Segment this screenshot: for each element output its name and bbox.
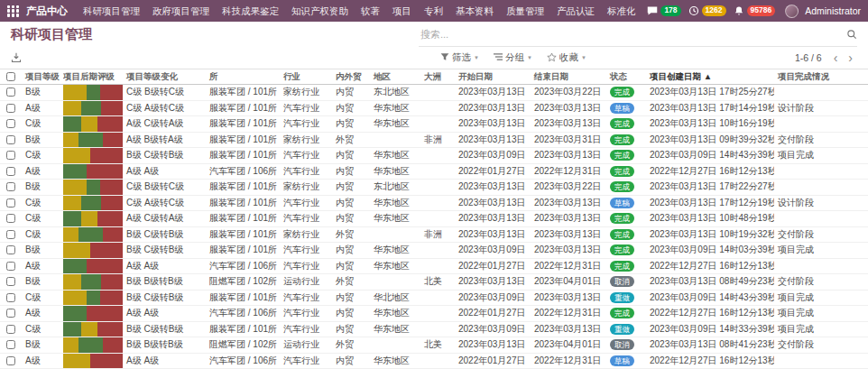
bell-icon[interactable] [734,5,744,16]
topbar-menu-item[interactable]: 政府项目管理 [146,0,216,22]
column-header[interactable]: 项目等级 [22,71,63,83]
table-row[interactable]: C级C级 A级转C级服装军团 / 101所汽车行业内贸华东地区2023年03月1… [0,196,868,212]
cell-region: 华东地区 [370,148,420,163]
search-input[interactable] [419,28,841,41]
column-header[interactable]: 结束日期 [531,71,606,83]
cell-extra [837,101,868,116]
cell-select [0,148,22,163]
avatar[interactable] [785,5,799,18]
table-row[interactable]: C级A级 C级转A级服装军团 / 101所汽车行业内贸华东地区2023年03月1… [0,116,868,133]
table-row[interactable]: A级A级 A级汽车军团 / 106所汽车行业内贸华东地区2022年01月27日2… [0,164,868,180]
topbar-menu-item[interactable]: 科研项目管理 [77,0,146,22]
cell-created-date: 2023年03月09日 14时43分39秒 [646,148,774,163]
table-row[interactable]: B级B级 B级转B级阻燃军团 / 102所运动行业外贸北美2023年03月13日… [0,274,868,291]
column-header[interactable]: 地区 [370,71,420,83]
star-icon [547,52,557,64]
cell-start-date: 2022年01月27日 [455,306,531,321]
topbar-menu-item[interactable]: 项目 [386,0,418,22]
cell-select [0,306,22,321]
apps-grid-icon[interactable] [7,5,19,17]
brand-title[interactable]: 产品中心 [26,5,68,18]
filter-button[interactable]: 筛选 ▼ [440,51,479,64]
table-row[interactable]: A级A级 A级汽车军团 / 106所汽车行业内贸华东地区2022年01月27日2… [0,306,868,322]
table-row[interactable]: A级A级 A级汽车军团 / 106所汽车行业内贸华东地区2022年01月27日2… [0,354,868,369]
topbar-menu-item[interactable]: 科技成果鉴定 [216,0,285,22]
cell-institute: 阻燃军团 / 102所 [206,274,280,290]
table-row[interactable]: C级B级 C级转B级服装军团 / 101所汽车行业内贸华东地区2023年03月0… [0,322,868,338]
column-header[interactable]: 状态 [606,71,646,83]
table-row[interactable]: B级C级 B级转C级服装军团 / 101所家纺行业内贸东北地区2023年03月1… [0,85,868,101]
topbar-menu-item[interactable]: 产品认证 [550,0,601,22]
row-checkbox[interactable] [6,356,15,365]
row-checkbox[interactable] [6,325,15,334]
chat-icon[interactable] [647,5,658,16]
pager-previous-button[interactable]: ‹ [829,51,843,64]
column-header[interactable]: 开始日期 [455,71,531,83]
chat-count-badge[interactable]: 178 [660,5,680,15]
cell-select [0,274,22,290]
row-checkbox[interactable] [6,245,15,254]
column-header[interactable]: 项目等级变化 [123,71,206,83]
column-header[interactable]: 大洲 [420,71,455,83]
cell-end-date: 2022年12月31日 [531,354,606,369]
column-header[interactable]: 内外贸 [332,71,370,83]
select-all-checkbox[interactable] [6,72,15,81]
row-checkbox[interactable] [6,167,15,176]
column-header[interactable]: 项目创建日期 ▲ [646,71,774,83]
cell-created-date: 2023年03月13日 08时41分23秒 [646,337,774,353]
rating-bar [63,243,123,258]
cell-status: 完成 [606,211,646,226]
cell-status: 取消 [606,337,646,353]
column-header[interactable]: 项目完成情况 [774,71,837,83]
row-checkbox[interactable] [6,277,15,286]
topbar-menu-item[interactable]: 专利 [418,0,449,22]
message-count-badge[interactable]: 95786 [747,5,776,15]
row-checkbox[interactable] [6,309,15,318]
row-checkbox[interactable] [6,88,15,97]
activity-count-badge[interactable]: 1262 [702,5,726,15]
favorites-button[interactable]: 收藏 ▼ [547,51,586,64]
column-header[interactable]: 行业 [280,71,332,83]
row-checkbox[interactable] [6,230,15,239]
cell-status: 完成 [606,133,646,148]
clock-icon[interactable] [688,5,699,16]
table-row[interactable]: C级B级 C级转B级服装军团 / 101所汽车行业内贸华东地区2023年03月0… [0,148,868,164]
topbar-menu-item[interactable]: 基本资料 [449,0,500,22]
topbar-menu-item[interactable]: 标准化 [601,0,642,22]
table-row[interactable]: A级C级 A级转C级服装军团 / 101所汽车行业内贸华东地区2023年03月1… [0,101,868,117]
row-checkbox[interactable] [6,104,15,113]
table-row[interactable]: A级A级 A级汽车军团 / 106所汽车行业内贸华东地区2022年01月27日2… [0,259,868,275]
table-row[interactable]: B级A级 B级转A级服装军团 / 101所家纺行业外贸非洲2023年03月13日… [0,133,868,149]
topbar-menu-item[interactable]: 软著 [355,0,386,22]
pager-next-button[interactable]: › [844,51,857,64]
cell-trade-type: 外贸 [332,227,370,243]
cell-extra [837,291,868,306]
topbar-menu-item[interactable]: 质量管理 [500,0,550,22]
table-row[interactable]: C级A级 C级转A级服装军团 / 101所汽车行业内贸华东地区2023年03月1… [0,211,868,227]
row-checkbox[interactable] [6,293,15,302]
row-checkbox[interactable] [6,214,15,223]
cell-project-level: A级 [22,259,63,274]
row-checkbox[interactable] [6,262,15,271]
cell-continent [420,164,455,180]
row-checkbox[interactable] [6,340,15,349]
row-checkbox[interactable] [6,182,15,191]
search-icon[interactable] [841,29,857,40]
column-header[interactable]: 所 [206,71,280,83]
table-row[interactable]: B级B级 C级转B级服装军团 / 101所汽车行业内贸华东地区2023年03月0… [0,243,868,259]
column-header[interactable]: 项目后期评级 [63,71,123,83]
caret-down-icon: ▼ [581,55,586,60]
group-by-button[interactable]: 分组 ▼ [494,51,532,64]
cell-extra [837,322,868,337]
table-row[interactable]: C级B级 C级转B级服装军团 / 101所家纺行业外贸非洲2023年03月13日… [0,227,868,244]
table-row[interactable]: C级B级 C级转B级服装军团 / 101所汽车行业内贸华北地区2023年03月0… [0,291,868,307]
export-icon[interactable] [11,52,22,63]
row-checkbox[interactable] [6,151,15,160]
topbar-menu-item[interactable]: 知识产权资助 [285,0,355,22]
row-checkbox[interactable] [6,135,15,144]
table-row[interactable]: B级C级 B级转C级服装军团 / 101所家纺行业内贸东北地区2023年03月1… [0,180,868,196]
table-row[interactable]: B级B级 B级转B级阻燃军团 / 102所运动行业外贸北美2023年03月13日… [0,337,868,354]
row-checkbox[interactable] [6,198,15,208]
row-checkbox[interactable] [6,119,15,128]
user-menu[interactable]: Administrator [805,5,861,16]
